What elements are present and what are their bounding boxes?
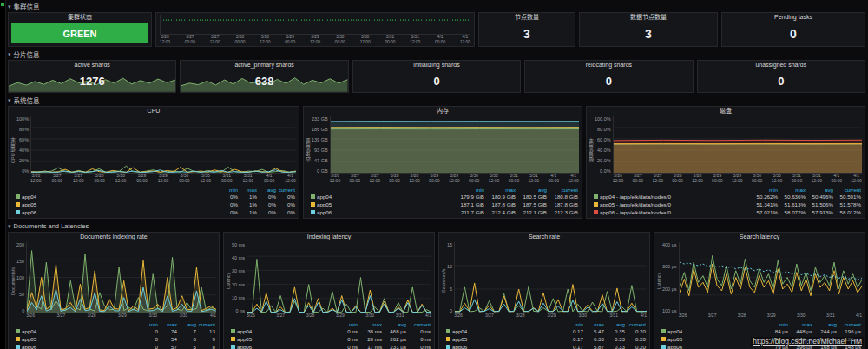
watermark-link[interactable]: https://blog.csdn.net/Michael_HM bbox=[751, 337, 864, 346]
legend-header-current[interactable]: current bbox=[406, 321, 431, 327]
row-header-cluster[interactable]: ▾ 集群信息 bbox=[8, 2, 865, 11]
legend-header-max[interactable]: max bbox=[358, 321, 382, 327]
panel-title[interactable]: relocating shards bbox=[525, 61, 692, 69]
legend-series-name[interactable]: app04 bbox=[452, 328, 467, 334]
legend-header-avg[interactable]: avg bbox=[177, 321, 196, 327]
legend-series-name[interactable]: app05 bbox=[22, 201, 36, 207]
legend-header-current[interactable]: current bbox=[625, 321, 646, 327]
panel-title[interactable]: CPU bbox=[9, 107, 299, 115]
series-color-swatch[interactable] bbox=[16, 210, 20, 214]
legend-header-max[interactable]: max bbox=[484, 187, 516, 193]
legend-series-name[interactable]: app05 bbox=[452, 336, 467, 342]
legend-series-name[interactable]: app06 bbox=[667, 344, 682, 349]
legend-header-max[interactable]: max bbox=[583, 321, 604, 327]
legend-header-min[interactable]: min bbox=[750, 187, 778, 193]
legend-series-name[interactable]: app06 bbox=[452, 344, 467, 349]
legend-header-min[interactable]: min bbox=[139, 321, 158, 327]
series-color-swatch[interactable] bbox=[231, 329, 235, 333]
row-header-shards[interactable]: ▾ 分片信息 bbox=[8, 49, 865, 59]
legend-series-name[interactable]: app05 bbox=[237, 336, 252, 342]
series-color-swatch[interactable] bbox=[16, 337, 20, 341]
search-latency-chart[interactable] bbox=[679, 242, 862, 313]
panel-title[interactable]: Indexing latency bbox=[224, 233, 434, 241]
panel-title[interactable]: active shards bbox=[9, 61, 175, 69]
indexing-latency-chart[interactable] bbox=[247, 242, 431, 313]
legend-series-name[interactable]: app04 bbox=[317, 194, 332, 200]
legend-series-name[interactable]: app04 - /app/elk/data/nodes/0 bbox=[600, 194, 671, 200]
series-color-swatch[interactable] bbox=[16, 194, 20, 199]
series-color-swatch[interactable] bbox=[594, 202, 598, 207]
memory-chart[interactable] bbox=[330, 116, 579, 174]
panel-title[interactable]: Pending tasks bbox=[722, 13, 865, 22]
panel-title[interactable]: initializing shards bbox=[353, 61, 520, 69]
legend-header-current[interactable]: current bbox=[837, 321, 861, 327]
legend-header-avg[interactable]: avg bbox=[806, 187, 833, 193]
indexing-rate-chart[interactable] bbox=[26, 242, 216, 313]
legend-series-name[interactable]: app04 bbox=[22, 194, 36, 200]
legend-header-current[interactable]: current bbox=[276, 187, 295, 193]
series-color-swatch[interactable] bbox=[446, 329, 450, 333]
legend-series-name[interactable]: app04 bbox=[22, 328, 36, 334]
series-color-swatch[interactable] bbox=[661, 337, 666, 341]
series-color-swatch[interactable] bbox=[594, 194, 598, 199]
legend-header-max[interactable]: max bbox=[778, 187, 806, 193]
panel-title[interactable]: 集群状态 bbox=[9, 13, 151, 22]
legend-series-name[interactable]: app06 bbox=[22, 209, 36, 215]
legend-series-name[interactable]: app06 bbox=[317, 209, 332, 215]
legend-header-avg[interactable]: avg bbox=[604, 321, 625, 327]
legend-header-current[interactable]: current bbox=[196, 321, 215, 327]
legend-series-name[interactable]: app04 bbox=[667, 328, 682, 334]
panel-title[interactable]: 节点数量 bbox=[479, 13, 575, 22]
legend-header-min[interactable]: min bbox=[333, 321, 358, 327]
series-color-swatch[interactable] bbox=[446, 345, 450, 349]
panel-title[interactable]: 数据节点数量 bbox=[580, 13, 717, 22]
disk-chart[interactable] bbox=[613, 116, 862, 174]
legend-series-name[interactable]: app05 - /app/elk/data/nodes/0 bbox=[600, 201, 671, 207]
series-color-swatch[interactable] bbox=[661, 329, 666, 333]
legend-series-name[interactable]: app06 bbox=[237, 344, 252, 349]
legend-series-name[interactable]: app05 bbox=[22, 336, 36, 342]
panel-title[interactable]: 磁盘 bbox=[587, 107, 865, 115]
series-color-swatch[interactable] bbox=[594, 210, 598, 214]
row-header-system[interactable]: ▾ 系统信息 bbox=[8, 95, 865, 105]
status-history-chart[interactable] bbox=[160, 15, 470, 35]
series-color-swatch[interactable] bbox=[16, 329, 20, 333]
legend-header-avg[interactable]: avg bbox=[516, 187, 547, 193]
panel-title[interactable]: Documents indexing rate bbox=[9, 233, 219, 241]
legend-header-min[interactable]: min bbox=[453, 187, 484, 193]
series-color-swatch[interactable] bbox=[311, 202, 315, 207]
series-color-swatch[interactable] bbox=[311, 210, 315, 214]
panel-title[interactable]: 内存 bbox=[304, 107, 582, 115]
legend-value: 0 ns bbox=[333, 344, 358, 349]
series-color-swatch[interactable] bbox=[446, 337, 450, 341]
legend-header-min[interactable]: min bbox=[219, 187, 238, 193]
legend-series-name[interactable]: app06 bbox=[22, 344, 36, 349]
series-color-swatch[interactable] bbox=[231, 337, 235, 341]
panel-title[interactable]: unassigned shards bbox=[698, 61, 865, 69]
cpu-chart[interactable] bbox=[30, 116, 296, 174]
legend-series-name[interactable]: app06 - /app/elk/data/nodes/0 bbox=[600, 209, 671, 215]
legend-header-avg[interactable]: avg bbox=[812, 321, 837, 327]
legend-header-min[interactable]: min bbox=[562, 321, 583, 327]
panel-title[interactable]: active_primary shards bbox=[181, 61, 347, 69]
legend-series-name[interactable]: app05 bbox=[667, 336, 682, 342]
legend-header-current[interactable]: current bbox=[547, 187, 578, 193]
series-color-swatch[interactable] bbox=[661, 345, 666, 349]
series-color-swatch[interactable] bbox=[16, 202, 20, 207]
legend-header-avg[interactable]: avg bbox=[382, 321, 406, 327]
legend-header-min[interactable]: min bbox=[764, 321, 788, 327]
series-color-swatch[interactable] bbox=[311, 194, 315, 199]
legend-header-avg[interactable]: avg bbox=[257, 187, 276, 193]
series-color-swatch[interactable] bbox=[16, 345, 20, 349]
panel-title[interactable]: Search latency bbox=[654, 233, 865, 241]
panel-title[interactable]: Search rate bbox=[439, 233, 649, 241]
legend-header-current[interactable]: current bbox=[833, 187, 861, 193]
legend-header-max[interactable]: max bbox=[238, 187, 257, 193]
series-color-swatch[interactable] bbox=[231, 345, 235, 349]
row-header-documents[interactable]: ▾ Documents and Latencies bbox=[8, 221, 865, 231]
legend-series-name[interactable]: app05 bbox=[317, 201, 332, 207]
legend-header-max[interactable]: max bbox=[158, 321, 177, 327]
search-rate-chart[interactable] bbox=[454, 242, 647, 313]
legend-series-name[interactable]: app04 bbox=[237, 328, 252, 334]
legend-header-max[interactable]: max bbox=[788, 321, 812, 327]
